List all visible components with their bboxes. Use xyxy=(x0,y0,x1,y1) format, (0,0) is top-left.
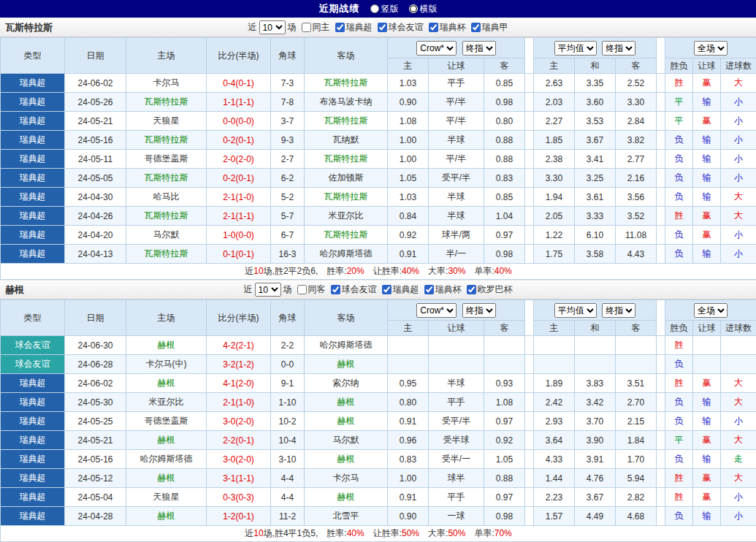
goals-result-cell: 小 xyxy=(721,507,756,526)
team-title: 赫根 xyxy=(5,280,24,299)
handicap-cell: 球半 xyxy=(429,469,484,488)
handicap-cell: 平手 xyxy=(429,393,484,412)
stat-value: 70% xyxy=(495,528,512,538)
away-odds-cell: 0.88 xyxy=(484,150,525,169)
column-separator xyxy=(657,169,665,188)
col-header-home: 主场 xyxy=(126,38,207,74)
stat-value: 20% xyxy=(347,266,364,276)
final-odds-select[interactable]: 终指 xyxy=(462,41,496,56)
league-filter-input[interactable] xyxy=(471,23,481,32)
handicap-odds-group-header: Crow* 终指 xyxy=(388,38,525,58)
match-count-select[interactable]: 10 xyxy=(255,283,281,297)
away-team-cell: 瓦斯特拉斯 xyxy=(305,150,388,169)
layout-radio-vertical[interactable]: 竖版 xyxy=(370,3,399,15)
date-cell: 24-04-13 xyxy=(65,245,126,264)
handicap-result-cell: 输 xyxy=(693,412,721,431)
league-type-cell: 瑞典超 xyxy=(1,245,65,264)
handicap-cell: 球半/两 xyxy=(429,226,484,245)
league-type-cell: 瑞典超 xyxy=(1,131,65,150)
league-filter-checkbox[interactable]: 瑞典甲 xyxy=(471,21,508,34)
result-cell: 负 xyxy=(665,169,693,188)
league-filter-input[interactable] xyxy=(382,285,392,294)
same-venue-input[interactable] xyxy=(302,23,311,32)
league-type-cell: 瑞典超 xyxy=(1,150,65,169)
handicap-cell: 一球 xyxy=(429,507,484,526)
score-cell: 2-1(1-0) xyxy=(207,188,271,207)
summary-count: 10 xyxy=(253,266,263,276)
scope-select[interactable]: 全场 xyxy=(694,41,728,56)
goals-result-cell: 大 xyxy=(721,469,756,488)
league-filter-checkbox[interactable]: 瑞典杯 xyxy=(429,21,466,34)
bookmaker-select[interactable]: Crow* xyxy=(416,41,457,56)
home-odds-cell: 1.03 xyxy=(388,74,429,93)
same-venue-input[interactable] xyxy=(297,285,307,294)
column-separator xyxy=(525,431,534,450)
league-filter-checkbox[interactable]: 瑞典超 xyxy=(382,283,419,296)
sub-header-avg-draw: 和 xyxy=(575,58,616,74)
league-filter-input[interactable] xyxy=(378,23,387,32)
games-label: 场 xyxy=(288,21,297,34)
home-team-cell: 瓦斯特拉斯 xyxy=(126,207,207,226)
scope-select[interactable]: 全场 xyxy=(694,303,728,318)
vertical-radio-input[interactable] xyxy=(370,4,379,13)
result-cell: 胜 xyxy=(665,469,693,488)
horizontal-radio-input[interactable] xyxy=(409,4,418,13)
league-filter-checkbox[interactable]: 欧罗巴杯 xyxy=(467,283,513,296)
goals-result-cell: 小 xyxy=(721,488,756,507)
avg-home-odds-cell: 2.93 xyxy=(534,412,575,431)
goals-result-cell: 大 xyxy=(721,74,756,93)
result-cell: 平 xyxy=(665,431,693,450)
league-filter-input[interactable] xyxy=(429,23,438,32)
league-filter-checkbox[interactable]: 球会友谊 xyxy=(378,21,424,34)
home-team-cell: 卡尔马 xyxy=(126,74,207,93)
home-odds-cell: 1.05 xyxy=(388,169,429,188)
result-cell: 平 xyxy=(665,93,693,112)
league-filter-label: 欧罗巴杯 xyxy=(478,283,513,296)
handicap-result-cell: 输 xyxy=(693,131,721,150)
league-filter-checkbox[interactable]: 瑞典杯 xyxy=(424,283,462,296)
table-row: 瑞典超 24-04-28 赫根 1-2(0-1) 11-2 北雪平 0.90 一… xyxy=(1,507,756,526)
result-cell: 胜 xyxy=(665,336,693,355)
table-row: 瑞典超 24-06-02 赫根 4-1(2-0) 9-1 索尔纳 0.95 半球… xyxy=(1,374,756,393)
home-odds-cell: 0.95 xyxy=(388,374,429,393)
match-count-select[interactable]: 10 xyxy=(259,20,286,34)
final-odds-select-2[interactable]: 终指 xyxy=(602,303,635,318)
final-odds-select[interactable]: 终指 xyxy=(462,303,496,318)
home-team-cell: 赫根 xyxy=(126,374,207,393)
home-team-cell: 卡尔马(中) xyxy=(126,355,207,374)
league-filter-checkbox[interactable]: 瑞典超 xyxy=(335,21,373,34)
date-cell: 24-05-25 xyxy=(65,412,126,431)
avg-draw-odds-cell: 3.53 xyxy=(575,112,616,131)
league-filter-input[interactable] xyxy=(467,285,476,294)
recent-results-header-bar: 近期战绩 竖版 横版 xyxy=(0,0,756,18)
handicap-cell: 受半/一 xyxy=(429,450,484,469)
goals-result-cell xyxy=(721,336,756,355)
league-filter-input[interactable] xyxy=(335,23,345,32)
handicap-cell xyxy=(429,355,484,374)
avg-draw-odds-cell: 3.41 xyxy=(575,150,616,169)
column-separator xyxy=(525,507,534,526)
league-filter-input[interactable] xyxy=(331,285,340,294)
column-separator xyxy=(525,393,534,412)
same-venue-checkbox[interactable]: 同主 xyxy=(302,21,330,34)
score-cell: 4-2(2-1) xyxy=(207,336,271,355)
score-cell: 1-0(0-0) xyxy=(207,226,271,245)
layout-radio-horizontal[interactable]: 横版 xyxy=(409,3,438,15)
league-filter-input[interactable] xyxy=(424,285,434,294)
same-venue-checkbox[interactable]: 同客 xyxy=(297,283,326,296)
handicap-cell: 半球 xyxy=(429,131,484,150)
table-row: 球会友谊 24-06-28 卡尔马(中) 3-2(1-2) 0-0 赫根 负 xyxy=(1,355,756,374)
bookmaker-select[interactable]: Crow* xyxy=(416,303,457,318)
away-odds-cell xyxy=(484,355,525,374)
average-select[interactable]: 平均值 xyxy=(554,41,597,56)
final-odds-select-2[interactable]: 终指 xyxy=(602,41,635,56)
corner-cell: 10-4 xyxy=(271,431,305,450)
sub-header-handicap: 让球 xyxy=(429,321,484,336)
average-select[interactable]: 平均值 xyxy=(554,303,597,318)
away-odds-cell: 0.97 xyxy=(484,488,525,507)
column-separator xyxy=(525,469,534,488)
date-cell: 24-05-12 xyxy=(65,469,126,488)
avg-away-odds-cell: 2.84 xyxy=(616,112,657,131)
league-filter-checkbox[interactable]: 球会友谊 xyxy=(331,283,377,296)
column-separator xyxy=(525,245,534,264)
